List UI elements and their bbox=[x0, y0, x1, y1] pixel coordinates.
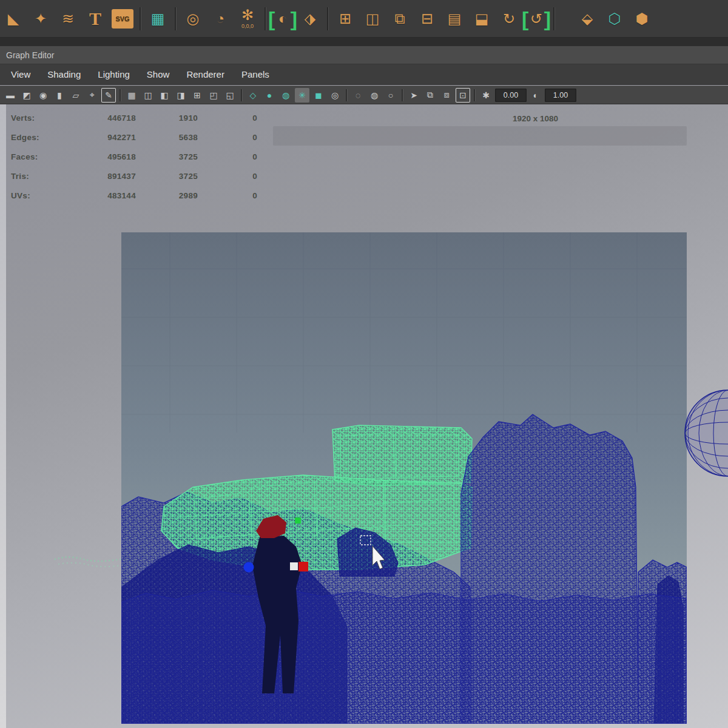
rotate-cw-icon[interactable]: ↻ bbox=[497, 5, 521, 33]
maya-window: ◣ ✦ ≋ T SVG ▦ ◎ ◔ bbox=[0, 0, 728, 728]
select-tool-icon[interactable]: ➤ bbox=[406, 88, 421, 103]
joints-xray-icon[interactable]: ○ bbox=[383, 88, 398, 103]
graph-editor-tab[interactable]: Graph Editor bbox=[0, 46, 728, 64]
separator bbox=[325, 5, 330, 33]
film-gate-icon[interactable]: ◫ bbox=[141, 88, 155, 103]
grid-toggle-icon[interactable]: ▦ bbox=[124, 88, 139, 103]
shadows-icon[interactable]: ◼ bbox=[311, 88, 326, 103]
gate-mask-icon[interactable]: ◨ bbox=[174, 88, 188, 103]
hud-other-value: 0 bbox=[198, 172, 257, 181]
exposure-field[interactable]: 0.00 bbox=[495, 89, 527, 102]
shelf-icon-glyph: ◔ bbox=[216, 12, 225, 26]
terrain-foreground-band[interactable] bbox=[121, 589, 687, 724]
panel-toolbar-icon-glyph: ⊡ bbox=[459, 90, 467, 100]
hud-total-value: 446718 bbox=[64, 113, 136, 123]
panel-toolbar-icon-glyph: ⧉ bbox=[427, 90, 433, 100]
separator bbox=[551, 5, 556, 33]
menu-item[interactable]: Lighting bbox=[89, 64, 138, 84]
exposure-icon[interactable]: ✱ bbox=[479, 88, 493, 103]
mirror-icon[interactable]: ⬓ bbox=[470, 5, 494, 33]
shelf-icon-glyph: ⬓ bbox=[475, 12, 489, 26]
separator bbox=[173, 5, 178, 33]
panel-toolbar-icon-glyph: ◨ bbox=[177, 90, 184, 100]
lock-camera-icon[interactable]: ◩ bbox=[19, 88, 34, 103]
panel-toolbar: ▬ ◩ ◉ ▮ ▱ ⌖ ✎ ▦ ◫ ◧ ◨ ⊞ ◰ ◱ bbox=[0, 86, 728, 104]
safe-action-icon[interactable]: ◰ bbox=[206, 88, 221, 103]
screen-space-ao-icon[interactable]: ◎ bbox=[328, 88, 342, 103]
zero-transforms-icon[interactable]: ✻ 0,0,0 bbox=[235, 5, 260, 33]
image-plane-icon[interactable]: ▱ bbox=[69, 88, 83, 103]
panel-toolbar-icon-glyph: ○ bbox=[388, 90, 393, 100]
select-camera-icon[interactable]: ▬ bbox=[3, 88, 18, 103]
menu-item[interactable]: Panels bbox=[233, 64, 278, 84]
pan-zoom-icon[interactable]: ⌖ bbox=[85, 88, 99, 103]
resolution-gate-icon[interactable]: ◧ bbox=[157, 88, 172, 103]
menu-item[interactable]: Shading bbox=[39, 64, 89, 84]
smooth-mesh-icon[interactable]: ⬡ bbox=[602, 5, 627, 33]
symmetry-toggle-icon[interactable]: ◐ bbox=[271, 5, 295, 33]
hud-row: Tris: 891437 3725 0 bbox=[11, 166, 257, 186]
safe-title-icon[interactable]: ◱ bbox=[223, 88, 237, 103]
shelf-icon-glyph: SVG bbox=[112, 9, 133, 29]
panel-toolbar-icon-glyph: ▦ bbox=[127, 90, 135, 100]
hud-row: Faces: 495618 3725 0 bbox=[11, 147, 257, 166]
menu-item[interactable]: Renderer bbox=[178, 64, 233, 84]
bookmark-icon[interactable]: ▮ bbox=[52, 88, 67, 103]
gamma-field[interactable]: 1.00 bbox=[545, 89, 576, 102]
copy-view-icon[interactable]: ⧉ bbox=[423, 88, 437, 103]
star-primitive-icon[interactable]: ✦ bbox=[29, 5, 53, 33]
camera-attributes-icon[interactable]: ◉ bbox=[36, 88, 50, 103]
boolean-union-icon[interactable]: ⬙ bbox=[575, 5, 599, 33]
textured-display-icon[interactable]: ◍ bbox=[278, 88, 293, 103]
type-tool-icon[interactable]: T bbox=[83, 5, 107, 33]
shelf-icon-sublabel: 0,0,0 bbox=[241, 23, 254, 29]
isolate-select-icon[interactable]: ◌ bbox=[351, 88, 365, 103]
menu-item[interactable]: Show bbox=[138, 64, 178, 84]
panel-toolbar-icon-glyph: ◉ bbox=[39, 90, 47, 100]
target-weld-icon[interactable]: ⊟ bbox=[415, 5, 439, 33]
extrude-icon[interactable]: ⊞ bbox=[333, 5, 357, 33]
bridge-icon[interactable]: ◫ bbox=[360, 5, 385, 33]
viewport[interactable] bbox=[121, 232, 687, 724]
multi-cut-icon[interactable]: ⧉ bbox=[388, 5, 412, 33]
rotate-ccw-icon[interactable]: ↺ bbox=[524, 5, 548, 33]
shelf-icon-glyph: ⊟ bbox=[421, 12, 433, 26]
clipped-edge-icon[interactable]: ◣ bbox=[1, 5, 25, 33]
shelf-icon-glyph: ↻ bbox=[503, 12, 515, 26]
hud-selected-value: 3725 bbox=[136, 152, 198, 161]
ui-grid-icon[interactable]: ▦ bbox=[146, 5, 170, 33]
shelf-icon-glyph: ≋ bbox=[62, 12, 74, 26]
field-chart-icon[interactable]: ⊞ bbox=[190, 88, 204, 103]
grease-pencil-icon[interactable]: ✎ bbox=[101, 88, 116, 103]
use-all-lights-icon[interactable]: ✳ bbox=[295, 88, 309, 103]
hud-selected-value: 5638 bbox=[136, 133, 198, 142]
paste-view-icon[interactable]: ⧈ bbox=[439, 88, 454, 103]
gamma-icon[interactable]: ◐ bbox=[528, 88, 543, 103]
manipulator-center-white bbox=[290, 562, 298, 570]
hud-band bbox=[273, 126, 687, 146]
shelf-icon-glyph: ◐ bbox=[278, 12, 288, 26]
sculpt-objects-icon[interactable]: ⬢ bbox=[630, 5, 654, 33]
graph-editor-label: Graph Editor bbox=[6, 50, 54, 60]
manipulator-z-handle bbox=[298, 562, 308, 571]
manipulator-x-handle bbox=[244, 562, 254, 573]
shaded-display-icon[interactable]: ● bbox=[262, 88, 277, 103]
render-view-icon[interactable]: ⊡ bbox=[456, 88, 470, 103]
paint-effects-icon[interactable]: ≋ bbox=[56, 5, 80, 33]
xray-icon[interactable]: ◍ bbox=[367, 88, 382, 103]
hud-row: Verts: 446718 1910 0 bbox=[11, 108, 257, 127]
wireframe-display-icon[interactable]: ◇ bbox=[246, 88, 260, 103]
shelf-icon-glyph: ↺ bbox=[530, 12, 542, 26]
delete-history-icon[interactable]: ◔ bbox=[208, 5, 232, 33]
menu-item[interactable]: View bbox=[2, 64, 39, 84]
center-pivot-icon[interactable]: ◎ bbox=[181, 5, 205, 33]
svg-tool-icon[interactable]: SVG bbox=[110, 5, 135, 33]
shelf-toolbar: ◣ ✦ ≋ T SVG ▦ ◎ ◔ bbox=[0, 0, 728, 38]
workspace-left-strip bbox=[0, 104, 6, 728]
panel-toolbar-icon-glyph: ◍ bbox=[282, 90, 289, 100]
hud-other-value: 0 bbox=[198, 191, 257, 200]
wireframe-sphere[interactable] bbox=[684, 389, 728, 477]
quad-draw-icon[interactable]: ▤ bbox=[442, 5, 467, 33]
combine-icon[interactable]: ⬗ bbox=[298, 5, 322, 33]
panel-toolbar-icon-glyph: ✳ bbox=[298, 90, 306, 100]
